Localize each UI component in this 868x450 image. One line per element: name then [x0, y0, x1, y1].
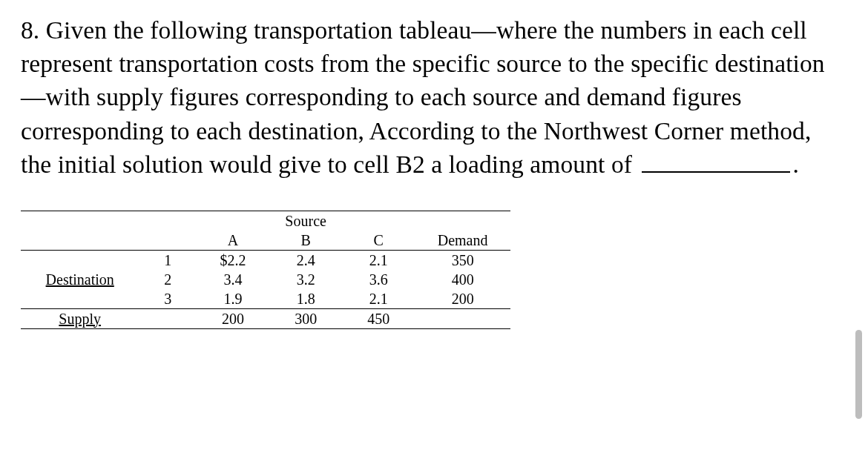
- demand-2: 400: [415, 270, 510, 289]
- destination-label: Destination: [21, 270, 139, 289]
- cell-a3: 1.9: [197, 289, 269, 309]
- demand-1: 350: [415, 251, 510, 271]
- scrollbar-thumb[interactable]: [855, 330, 862, 419]
- transportation-tableau: Source A B C Demand 1 $2.2 2.4 2.1 350: [21, 211, 510, 329]
- answer-blank[interactable]: [642, 171, 790, 173]
- cell-b2: 3.2: [269, 270, 342, 289]
- supply-a: 200: [197, 309, 269, 329]
- supply-b: 300: [269, 309, 342, 329]
- demand-header: Demand: [415, 231, 510, 251]
- cell-c2: 3.6: [342, 270, 415, 289]
- source-header-row: Source: [21, 211, 510, 231]
- supply-label: Supply: [21, 309, 139, 329]
- table-row: 1 $2.2 2.4 2.1 350: [21, 251, 510, 271]
- row-id: 2: [139, 270, 197, 289]
- row-id: 1: [139, 251, 197, 271]
- supply-c: 450: [342, 309, 415, 329]
- supply-row: Supply 200 300 450: [21, 309, 510, 329]
- cell-b1: 2.4: [269, 251, 342, 271]
- demand-3: 200: [415, 289, 510, 309]
- source-header: Source: [269, 211, 342, 231]
- page: 8. Given the following transportation ta…: [0, 0, 868, 450]
- trailing-period: .: [793, 150, 799, 178]
- col-header-b: B: [269, 231, 342, 251]
- cell-b3: 1.8: [269, 289, 342, 309]
- question-body: Given the following transportation table…: [21, 16, 825, 178]
- cell-a1: $2.2: [197, 251, 269, 271]
- cell-c1: 2.1: [342, 251, 415, 271]
- cell-c3: 2.1: [342, 289, 415, 309]
- tableau-table: Source A B C Demand 1 $2.2 2.4 2.1 350: [21, 211, 510, 329]
- column-headers-row: A B C Demand: [21, 231, 510, 251]
- row-id: 3: [139, 289, 197, 309]
- cell-a2: 3.4: [197, 270, 269, 289]
- col-header-c: C: [342, 231, 415, 251]
- question-text: 8. Given the following transportation ta…: [21, 13, 847, 181]
- question-number: 8.: [21, 16, 39, 44]
- col-header-a: A: [197, 231, 269, 251]
- table-row: 3 1.9 1.8 2.1 200: [21, 289, 510, 309]
- table-row: Destination 2 3.4 3.2 3.6 400: [21, 270, 510, 289]
